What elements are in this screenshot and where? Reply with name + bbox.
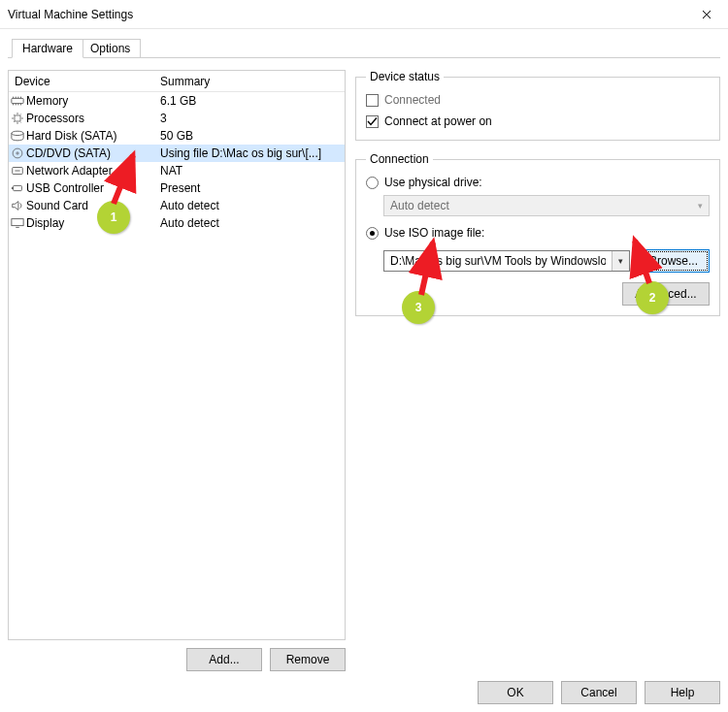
cancel-button[interactable]: Cancel — [561, 681, 637, 704]
memory-icon — [9, 95, 26, 107]
use-iso-radio[interactable]: Use ISO image file: — [366, 224, 710, 242]
device-summary: Present — [156, 181, 345, 195]
physical-drive-value: Auto detect — [390, 199, 449, 212]
checkbox-icon — [366, 115, 379, 128]
annotation-badge-1: 1 — [97, 201, 130, 234]
device-status-group: Device status Connected Connect at power… — [355, 70, 720, 141]
physical-drive-combo: Auto detect ▾ — [383, 195, 710, 216]
title-bar: Virtual Machine Settings — [0, 0, 728, 29]
hardware-left-panel: Device Summary Memory6.1 GBProcessors3Ha… — [8, 70, 346, 686]
help-button[interactable]: Help — [645, 681, 720, 704]
radio-icon — [366, 177, 379, 189]
connected-checkbox[interactable]: Connected — [366, 91, 710, 109]
device-name: Hard Disk (SATA) — [26, 129, 156, 143]
device-summary: Using file D:\Mac os big sur\[...] — [156, 146, 345, 160]
iso-path-input[interactable] — [384, 251, 612, 271]
radio-icon — [366, 227, 379, 240]
annotation-badge-3: 3 — [402, 291, 435, 324]
column-device[interactable]: Device — [9, 75, 156, 88]
device-list-header: Device Summary — [9, 71, 345, 92]
column-summary[interactable]: Summary — [156, 75, 345, 88]
main-area: Device Summary Memory6.1 GBProcessors3Ha… — [0, 58, 728, 686]
device-name: Display — [26, 216, 156, 230]
tab-hardware[interactable]: Hardware — [12, 39, 83, 58]
sound-icon — [9, 200, 26, 211]
close-icon — [702, 10, 711, 19]
ok-button[interactable]: OK — [478, 681, 553, 704]
chevron-down-icon[interactable]: ▾ — [612, 251, 629, 271]
connect-at-power-on-label: Connect at power on — [384, 114, 492, 128]
connected-label: Connected — [384, 93, 441, 107]
connect-at-power-on-checkbox[interactable]: Connect at power on — [366, 113, 710, 130]
tab-options-label: Options — [90, 42, 130, 55]
display-icon — [9, 217, 26, 229]
device-row-display[interactable]: DisplayAuto detect — [9, 214, 345, 232]
device-row-disk[interactable]: Hard Disk (SATA)50 GB — [9, 127, 345, 145]
dialog-buttons: OK Cancel Help — [478, 681, 720, 704]
left-buttons: Add... Remove — [8, 648, 346, 671]
device-row-cpu[interactable]: Processors3 — [9, 110, 345, 127]
device-name: Memory — [26, 94, 156, 108]
use-physical-drive-radio[interactable]: Use physical drive: — [366, 174, 710, 191]
cd-icon — [9, 147, 26, 159]
device-name: USB Controller — [26, 181, 156, 195]
device-row-memory[interactable]: Memory6.1 GB — [9, 92, 345, 110]
device-row-usb[interactable]: USB ControllerPresent — [9, 179, 345, 197]
annotation-badge-2: 2 — [636, 281, 669, 314]
use-iso-label: Use ISO image file: — [384, 226, 484, 240]
window-title: Virtual Machine Settings — [8, 8, 133, 21]
connection-legend: Connection — [366, 152, 433, 166]
use-physical-drive-label: Use physical drive: — [384, 176, 482, 189]
device-summary: Auto detect — [156, 216, 345, 230]
hardware-right-panel: Device status Connected Connect at power… — [355, 70, 720, 686]
chevron-down-icon: ▾ — [698, 201, 703, 210]
tab-strip: Hardware Options — [8, 35, 720, 58]
device-summary: 50 GB — [156, 129, 345, 143]
device-name: Network Adapter — [26, 164, 156, 178]
device-summary: 6.1 GB — [156, 94, 345, 108]
net-icon — [9, 165, 26, 177]
device-row-cd[interactable]: CD/DVD (SATA)Using file D:\Mac os big su… — [9, 145, 345, 162]
browse-button[interactable]: Browse... — [638, 249, 710, 273]
disk-icon — [9, 130, 26, 142]
iso-path-combo[interactable]: ▾ — [383, 250, 630, 272]
checkbox-icon — [366, 94, 379, 107]
tab-options[interactable]: Options — [80, 39, 141, 58]
device-name: Processors — [26, 112, 156, 125]
close-button[interactable] — [684, 0, 728, 29]
device-name: Sound Card — [26, 199, 156, 212]
tab-hardware-label: Hardware — [22, 42, 73, 55]
device-row-sound[interactable]: Sound CardAuto detect — [9, 197, 345, 214]
cpu-icon — [9, 113, 26, 124]
device-list[interactable]: Memory6.1 GBProcessors3Hard Disk (SATA)5… — [9, 92, 345, 232]
usb-icon — [9, 182, 26, 194]
device-summary: 3 — [156, 112, 345, 125]
device-name: CD/DVD (SATA) — [26, 146, 156, 160]
device-list-box: Device Summary Memory6.1 GBProcessors3Ha… — [8, 70, 346, 640]
remove-button[interactable]: Remove — [270, 648, 346, 671]
add-button[interactable]: Add... — [186, 648, 262, 671]
device-summary: Auto detect — [156, 199, 345, 212]
device-status-legend: Device status — [366, 70, 444, 83]
device-row-net[interactable]: Network AdapterNAT — [9, 162, 345, 179]
device-summary: NAT — [156, 164, 345, 178]
